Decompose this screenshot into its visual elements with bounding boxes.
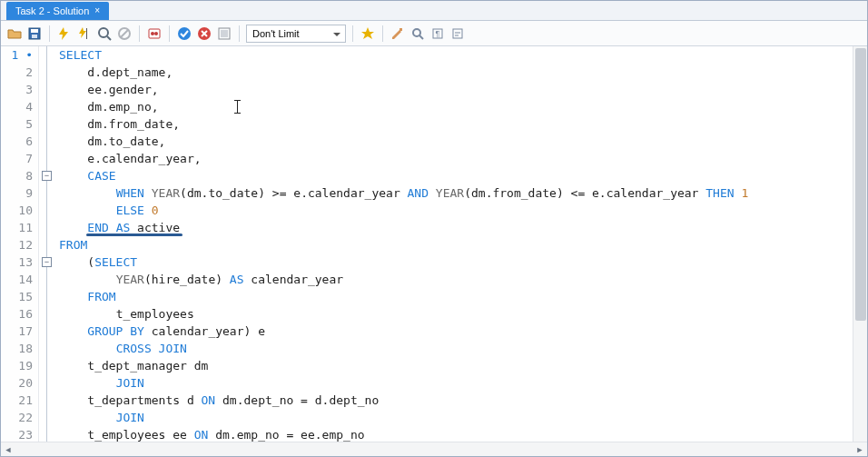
toolbar-separator (169, 25, 170, 42)
line-number: 18 (1, 340, 33, 357)
line-number: 10 (1, 202, 33, 219)
save-icon[interactable] (26, 25, 43, 42)
horizontal-scrollbar[interactable]: ◄ ► (1, 442, 867, 456)
code-line: dm.emp_no, (59, 98, 853, 115)
code-line: YEAR(hire_date) AS calendar_year (59, 271, 853, 288)
tab-bar: Task 2 - Solution × (1, 1, 867, 21)
stop-icon[interactable] (116, 25, 133, 42)
line-number: 5 (1, 115, 33, 133)
favorite-icon[interactable] (360, 25, 376, 42)
app-window: Task 2 - Solution × Don't Limit ¶ 1 •234… (0, 0, 868, 457)
line-number: 16 (1, 305, 33, 323)
line-number: 3 (1, 81, 33, 98)
line-number: 12 (1, 236, 33, 253)
code-line: FROM (59, 236, 853, 253)
code-line: t_departments d ON dm.dept_no = d.dept_n… (59, 392, 853, 409)
code-line: JOIN (59, 409, 853, 426)
line-number: 20 (1, 374, 33, 392)
scroll-left-icon[interactable]: ◄ (1, 445, 15, 454)
scroll-right-icon[interactable]: ► (853, 445, 867, 454)
line-number: 2 (1, 64, 33, 81)
fold-toggle-icon[interactable]: − (42, 171, 52, 181)
annotation-underline (86, 233, 182, 236)
code-line: dm.from_date, (59, 115, 853, 133)
svg-point-9 (151, 32, 154, 35)
vertical-scroll-thumb[interactable] (855, 48, 866, 321)
toolbar: Don't Limit ¶ (1, 21, 867, 46)
word-wrap-icon[interactable] (449, 25, 466, 42)
code-line: GROUP BY calendar_year) e (59, 323, 853, 340)
find-icon[interactable] (409, 25, 426, 42)
toolbar-separator (49, 25, 50, 42)
line-number: 7 (1, 150, 33, 167)
code-editor[interactable]: 1 •2345678910111213141516171819202122232… (1, 46, 867, 442)
open-folder-icon[interactable] (6, 25, 23, 42)
svg-point-4 (99, 28, 108, 37)
code-line: (SELECT (59, 253, 853, 271)
toolbar-separator (239, 25, 240, 42)
sql-mode-icon[interactable] (146, 25, 163, 42)
rollback-icon[interactable] (196, 25, 212, 42)
execute-icon[interactable] (56, 25, 73, 42)
code-line: dm.to_date, (59, 133, 853, 150)
commit-icon[interactable] (176, 25, 192, 42)
line-number: 15 (1, 288, 33, 305)
fold-toggle-icon[interactable]: − (42, 257, 52, 267)
line-number: 9 (1, 184, 33, 202)
code-line: t_employees ee ON dm.emp_no = ee.emp_no (59, 426, 853, 442)
limit-rows-label: Don't Limit (252, 28, 300, 39)
svg-rect-1 (31, 29, 38, 33)
text-caret (237, 100, 238, 114)
line-number: 13 (1, 253, 33, 271)
code-area[interactable]: SELECT d.dept_name, ee.gender, dm.emp_no… (55, 46, 853, 442)
code-line: JOIN (59, 374, 853, 392)
line-number: 6 (1, 133, 33, 150)
line-number: 22 (1, 409, 33, 426)
svg-rect-3 (86, 28, 87, 39)
toolbar-separator (139, 25, 140, 42)
line-number: 23 (1, 426, 33, 442)
code-line: ee.gender, (59, 81, 853, 98)
svg-rect-20 (453, 29, 462, 38)
code-line: e.calendar_year, (59, 150, 853, 167)
code-line: CASE (59, 167, 853, 184)
autocommit-icon[interactable] (216, 25, 232, 42)
svg-rect-14 (221, 30, 228, 37)
line-number: 4 (1, 98, 33, 115)
svg-line-17 (419, 35, 423, 39)
line-number-gutter: 1 •2345678910111213141516171819202122232… (1, 46, 39, 442)
line-number: 21 (1, 392, 33, 409)
fold-column: −− (39, 46, 55, 442)
code-line: d.dept_name, (59, 64, 853, 81)
line-number: 17 (1, 323, 33, 340)
line-number: 1 • (1, 46, 33, 64)
svg-text:¶: ¶ (436, 29, 440, 38)
line-number: 19 (1, 357, 33, 374)
code-line: FROM (59, 288, 853, 305)
close-icon[interactable]: × (94, 6, 100, 15)
code-line: t_employees (59, 305, 853, 323)
execute-current-icon[interactable] (76, 25, 93, 42)
svg-point-11 (178, 27, 191, 40)
explain-icon[interactable] (96, 25, 113, 42)
line-number: 14 (1, 271, 33, 288)
fold-rail (46, 46, 47, 442)
code-line: t_dept_manager dm (59, 357, 853, 374)
line-number: 11 (1, 219, 33, 236)
limit-rows-select[interactable]: Don't Limit (246, 25, 346, 43)
code-line: WHEN YEAR(dm.to_date) >= e.calendar_year… (59, 184, 853, 202)
horizontal-scroll-track[interactable] (15, 442, 853, 456)
svg-rect-15 (399, 28, 402, 31)
svg-line-7 (121, 30, 128, 37)
code-line: ELSE 0 (59, 202, 853, 219)
code-line: SELECT (59, 46, 853, 64)
beautify-icon[interactable] (390, 25, 406, 42)
vertical-scrollbar[interactable] (853, 46, 867, 442)
svg-rect-2 (32, 35, 37, 38)
tab-active[interactable]: Task 2 - Solution × (6, 2, 109, 20)
toolbar-separator (382, 25, 383, 42)
line-number: 8 (1, 167, 33, 184)
toolbar-separator (352, 25, 353, 42)
svg-point-16 (413, 29, 420, 36)
toggle-whitespace-icon[interactable]: ¶ (429, 25, 446, 42)
